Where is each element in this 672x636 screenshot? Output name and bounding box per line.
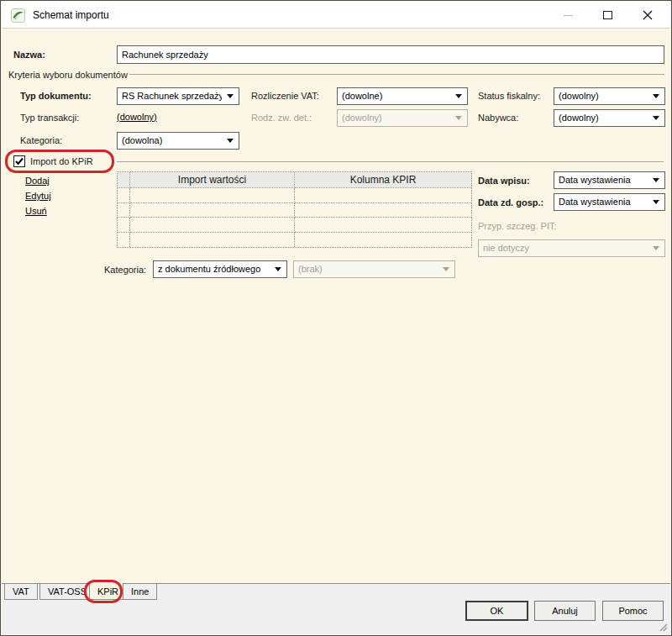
typ-transakcji-link[interactable]: (dowolny) xyxy=(117,112,157,122)
table-row[interactable] xyxy=(118,218,130,233)
usun-link[interactable]: Usuń xyxy=(25,206,47,216)
app-icon xyxy=(11,8,25,23)
rodz-zw-det-value: (dowolny) xyxy=(342,110,450,126)
kategoria-bottom-label: Kategoria: xyxy=(104,265,146,275)
pomoc-button[interactable]: Pomoc xyxy=(602,601,664,621)
nazwa-label: Nazwa: xyxy=(13,50,45,60)
dialog-schemat-importu: Schemat importu Nazwa: Kryteria wyboru d… xyxy=(0,0,672,636)
status-fiskalny-label: Status fiskalny: xyxy=(478,91,540,101)
minimize-icon xyxy=(564,15,573,16)
status-fiskalny-value: (dowolny) xyxy=(559,88,648,104)
dropdown-arrow-icon xyxy=(275,267,281,271)
data-zd-gosp-label: Data zd. gosp.: xyxy=(478,197,543,208)
nabywca-value: (dowolny) xyxy=(559,110,648,126)
table-row[interactable] xyxy=(118,188,130,203)
table-cell[interactable] xyxy=(295,203,471,218)
status-fiskalny-dropdown[interactable]: (dowolny) xyxy=(554,87,665,105)
anuluj-button[interactable]: Anuluj xyxy=(534,601,596,621)
dialog-content: Nazwa: Kryteria wyboru dokumentów Typ do… xyxy=(2,29,670,585)
dropdown-arrow-icon xyxy=(653,116,659,120)
maximize-button[interactable] xyxy=(588,2,627,29)
close-button[interactable] xyxy=(627,2,667,29)
data-wpisu-label: Data wpisu: xyxy=(478,176,530,186)
dropdown-arrow-icon xyxy=(455,94,462,98)
rodz-zw-det-dropdown: (dowolny) xyxy=(337,109,468,127)
table-header-kolumna-kpir: Kolumna KPIR xyxy=(295,172,471,188)
bottom-bar: VAT VAT-OSS KPiR Inne OK Anuluj Pomoc xyxy=(2,583,670,634)
table-header-import-wartosci: Import wartości xyxy=(130,172,295,188)
dodaj-link[interactable]: Dodaj xyxy=(25,176,50,186)
criteria-group-line xyxy=(129,74,664,75)
nabywca-dropdown[interactable]: (dowolny) xyxy=(554,109,665,127)
przyp-szczeg-pit-dropdown: nie dotyczy xyxy=(478,239,665,257)
table-cell[interactable] xyxy=(295,188,471,203)
rozliczenie-vat-dropdown[interactable]: (dowolne) xyxy=(337,87,468,105)
typ-dokumentu-value: RS Rachunek sprzedaży xyxy=(122,88,222,104)
table-cell[interactable] xyxy=(130,218,295,233)
checkmark-icon xyxy=(14,156,24,166)
dropdown-arrow-icon xyxy=(443,267,449,271)
tab-inne[interactable]: Inne xyxy=(123,583,157,600)
table-cell[interactable] xyxy=(130,233,295,248)
typ-dokumentu-dropdown[interactable]: RS Rachunek sprzedaży xyxy=(117,87,239,105)
table-cell[interactable] xyxy=(295,218,471,233)
minimize-button xyxy=(549,2,588,29)
table-row[interactable] xyxy=(118,203,130,218)
tab-vat-oss[interactable]: VAT-OSS xyxy=(39,583,95,600)
dropdown-arrow-icon xyxy=(653,178,659,182)
tab-vat[interactable]: VAT xyxy=(4,583,38,600)
kpir-mapping-table[interactable]: Import wartości Kolumna KPIR xyxy=(117,171,472,248)
kategoria-source-value: z dokumentu źródłowego xyxy=(158,261,270,277)
dropdown-arrow-icon xyxy=(653,200,659,204)
kategoria-dropdown[interactable]: (dowolna) xyxy=(117,132,239,150)
titlebar: Schemat importu xyxy=(2,2,670,29)
dropdown-arrow-icon xyxy=(653,246,659,250)
dropdown-arrow-icon xyxy=(227,94,234,98)
data-wpisu-dropdown[interactable]: Data wystawienia xyxy=(554,171,665,189)
table-cell[interactable] xyxy=(130,188,295,203)
maximize-icon xyxy=(603,11,612,19)
table-cell[interactable] xyxy=(130,203,295,218)
import-do-kpir-label: Import do KPiR xyxy=(30,156,93,166)
criteria-group-label: Kryteria wyboru dokumentów xyxy=(8,70,128,80)
dropdown-arrow-icon xyxy=(455,116,462,120)
tab-kpir[interactable]: KPiR xyxy=(89,583,127,600)
rozliczenie-vat-value: (dowolne) xyxy=(342,88,450,104)
przyp-szczeg-pit-value: nie dotyczy xyxy=(483,240,648,256)
data-wpisu-value: Data wystawienia xyxy=(559,172,648,188)
kategoria-label: Kategoria: xyxy=(20,135,62,145)
resize-grip[interactable] xyxy=(657,621,668,632)
table-cell[interactable] xyxy=(295,233,471,248)
ok-button[interactable]: OK xyxy=(465,601,528,621)
kategoria-brak-dropdown: (brak) xyxy=(293,260,455,278)
nazwa-input[interactable] xyxy=(117,45,664,64)
przyp-szczeg-pit-label: Przyp. szczeg. PIT: xyxy=(478,221,557,231)
data-zd-gosp-value: Data wystawienia xyxy=(559,194,648,210)
nabywca-label: Nabywca: xyxy=(478,113,518,123)
window-title: Schemat importu xyxy=(33,2,109,29)
rozliczenie-vat-label: Rozliczenie VAT: xyxy=(251,91,319,101)
rodz-zw-det-label: Rodz. zw. det.: xyxy=(251,113,312,123)
dropdown-arrow-icon xyxy=(653,94,659,98)
close-icon xyxy=(643,10,653,20)
data-zd-gosp-dropdown[interactable]: Data wystawienia xyxy=(554,193,665,211)
kategoria-source-dropdown[interactable]: z dokumentu źródłowego xyxy=(153,260,287,278)
dropdown-arrow-icon xyxy=(227,139,234,143)
edytuj-link[interactable]: Edytuj xyxy=(25,191,51,201)
import-do-kpir-checkbox[interactable] xyxy=(13,155,25,167)
kategoria-brak-value: (brak) xyxy=(298,261,438,277)
typ-transakcji-label: Typ transakcji: xyxy=(20,113,79,123)
kategoria-value: (dowolna) xyxy=(122,133,222,149)
kpir-group-line xyxy=(117,161,664,162)
table-row[interactable] xyxy=(118,233,130,248)
typ-dokumentu-label: Typ dokumentu: xyxy=(20,91,92,101)
table-header-selector xyxy=(118,172,130,188)
